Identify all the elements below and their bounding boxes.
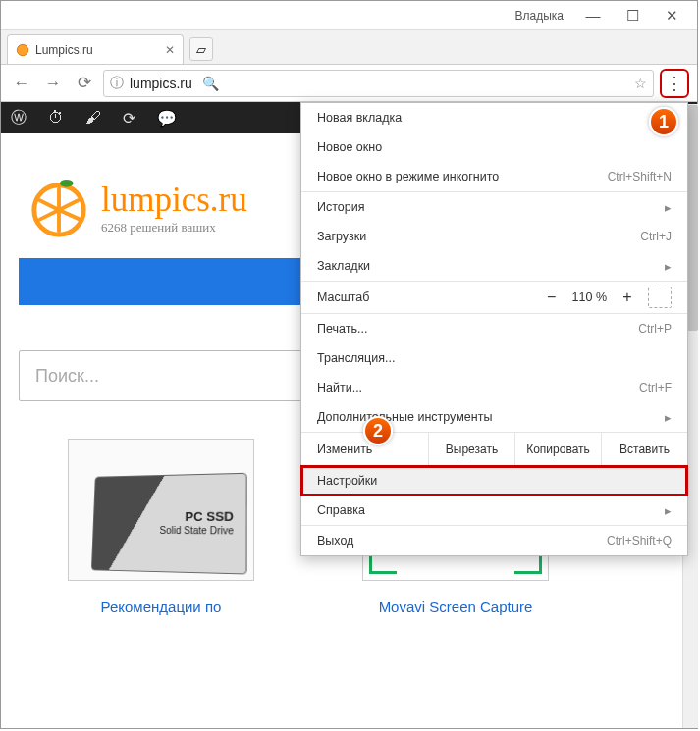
wordpress-icon[interactable]: ⓦ [11, 108, 27, 129]
svg-point-8 [60, 180, 74, 187]
cut-button[interactable]: Вырезать [428, 433, 514, 466]
forward-button[interactable]: → [40, 71, 66, 96]
chevron-right-icon: ▸ [665, 200, 672, 215]
menu-more-tools[interactable]: Дополнительные инструменты▸ [301, 402, 687, 432]
zoom-indicator-icon[interactable]: 🔍 [202, 76, 219, 91]
dashboard-icon[interactable]: ⏱ [48, 109, 64, 127]
profile-name[interactable]: Владыка [515, 9, 565, 23]
fullscreen-button[interactable] [648, 287, 672, 308]
chevron-right-icon: ▸ [665, 259, 672, 274]
zoom-value: 110 % [572, 290, 607, 304]
menu-settings[interactable]: Настройки [301, 466, 687, 496]
url-text: lumpics.ru [130, 76, 192, 91]
menu-help[interactable]: Справка▸ [301, 496, 687, 525]
zoom-out-button[interactable]: − [539, 286, 565, 309]
menu-print[interactable]: Печать...Ctrl+P [301, 314, 687, 343]
site-subtitle: 6268 решений ваших [101, 220, 247, 235]
menu-edit-row: Изменить Вырезать Копировать Вставить [301, 433, 687, 466]
address-bar[interactable]: ⓘ lumpics.ru 🔍 ☆ [103, 70, 654, 97]
svg-point-0 [17, 44, 27, 55]
menu-new-window[interactable]: Новое окно [301, 132, 687, 162]
window-titlebar: Владыка — ☐ ✕ [1, 1, 697, 30]
bookmark-star-icon[interactable]: ☆ [634, 76, 647, 91]
svg-line-6 [40, 210, 59, 220]
menu-exit[interactable]: ВыходCtrl+Shift+Q [301, 526, 687, 555]
chrome-menu-button[interactable]: ⋮ [660, 69, 689, 98]
annotation-marker-1: 1 [649, 107, 678, 136]
ssd-image: PC SSD Solid State Drive [68, 439, 254, 581]
paste-button[interactable]: Вставить [601, 433, 687, 466]
menu-history[interactable]: История▸ [301, 192, 687, 222]
tab-lumpics[interactable]: Lumpics.ru ✕ [7, 34, 184, 64]
tab-title: Lumpics.ru [35, 43, 93, 57]
card-movavi-link[interactable]: Movavi Screen Capture [352, 599, 559, 615]
menu-downloads[interactable]: ЗагрузкиCtrl+J [301, 222, 687, 251]
ssd-small-label: Solid State Drive [159, 525, 233, 536]
svg-line-7 [40, 200, 59, 210]
close-tab-icon[interactable]: ✕ [165, 43, 175, 57]
orange-logo-icon [28, 178, 89, 238]
zoom-in-button[interactable]: + [615, 286, 640, 309]
card-ssd[interactable]: PC SSD Solid State Drive Рекомендации по [58, 439, 264, 615]
svg-line-3 [59, 200, 78, 210]
menu-find[interactable]: Найти...Ctrl+F [301, 373, 687, 402]
tab-strip: Lumpics.ru ✕ ▱ [1, 30, 697, 65]
customize-icon[interactable]: 🖌 [85, 109, 101, 127]
card-ssd-link[interactable]: Рекомендации по [58, 599, 264, 615]
minimize-button[interactable]: — [573, 2, 613, 29]
site-title: lumpics.ru [101, 181, 247, 220]
maximize-button[interactable]: ☐ [613, 2, 652, 29]
reload-button[interactable]: ⟳ [72, 71, 97, 96]
search-placeholder: Поиск... [35, 366, 99, 387]
back-button[interactable]: ← [9, 71, 34, 96]
browser-window: Владыка — ☐ ✕ Lumpics.ru ✕ ▱ ← → ⟳ ⓘ lum… [0, 0, 698, 729]
toolbar: ← → ⟳ ⓘ lumpics.ru 🔍 ☆ ⋮ [1, 65, 697, 102]
ssd-big-label: PC SSD [160, 509, 234, 525]
site-info-icon[interactable]: ⓘ [110, 75, 124, 92]
updates-icon[interactable]: ⟳ [123, 109, 135, 128]
chrome-menu: Новая вкладка Новое окно Новое окно в ре… [300, 102, 688, 556]
menu-zoom: Масштаб − 110 % + [301, 282, 687, 313]
copy-button[interactable]: Копировать [514, 433, 601, 466]
comments-icon[interactable]: 💬 [157, 109, 177, 128]
menu-cast[interactable]: Трансляция... [301, 343, 687, 373]
new-tab-button[interactable]: ▱ [189, 37, 213, 61]
orange-favicon-icon [16, 43, 29, 57]
svg-line-4 [59, 210, 80, 220]
menu-new-tab[interactable]: Новая вкладка [301, 103, 687, 132]
chevron-right-icon: ▸ [665, 503, 672, 518]
menu-new-incognito[interactable]: Новое окно в режиме инкогнитоCtrl+Shift+… [301, 162, 687, 191]
annotation-marker-2: 2 [363, 416, 393, 445]
chevron-right-icon: ▸ [665, 410, 672, 425]
menu-bookmarks[interactable]: Закладки▸ [301, 251, 687, 281]
close-button[interactable]: ✕ [652, 2, 691, 29]
